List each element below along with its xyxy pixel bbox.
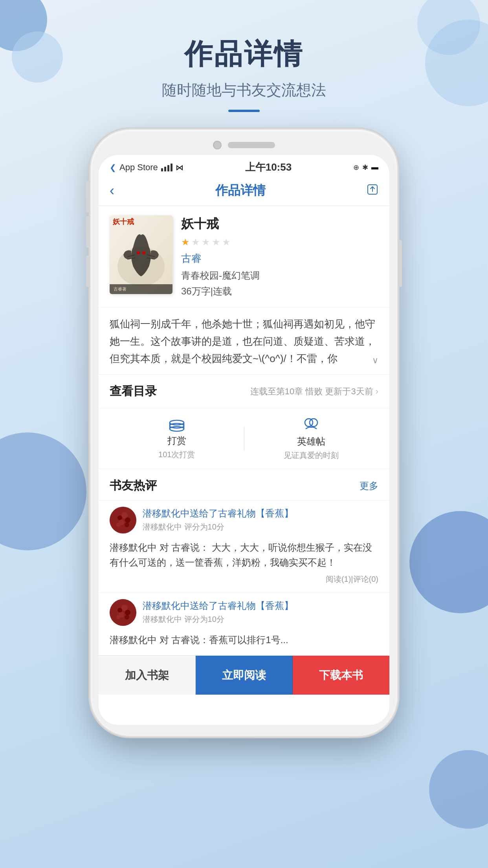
nav-title: 作品详情 [215,182,266,199]
star-rating: ★ ★ ★ ★ ★ [181,237,378,248]
read-now-button[interactable]: 立即阅读 [196,656,293,695]
bluetooth-icon: ✱ [362,163,368,172]
signal-bar-2 [164,167,166,171]
actions-row: 打赏 101次打赏 英雄帖 见证真爱的时刻 [99,408,389,469]
review-title-1: 潜移默化中送给了古睿礼物【香蕉】 [143,507,378,520]
book-description: 狐仙祠一别成千年，他杀她十世；狐仙祠再遇如初见，他守她一生。这个故事讲的是道，也… [99,307,389,375]
action-hero-post[interactable]: 英雄帖 见证真爱的时刻 [244,416,379,461]
status-right: ⊕ ✱ ▬ [353,163,378,172]
svg-point-4 [142,251,145,254]
review-meta-1: 潜移默化中 评分为10分 [143,522,378,532]
review-item-1: 潜移默化中送给了古睿礼物【香蕉】 潜移默化中 评分为10分 潜移默化中 对 古睿… [99,500,389,592]
location-icon: ⊕ [353,163,359,172]
star-3: ★ [202,237,210,248]
back-button[interactable]: ‹ [110,182,114,199]
book-title: 妖十戒 [181,215,378,233]
hero-post-icon [303,416,320,433]
coins-icon [168,417,185,432]
bg-decoration-7 [429,750,488,829]
review-meta-2: 潜移默化中 评分为10分 [143,614,378,625]
review-title-2: 潜移默化中送给了古睿礼物【香蕉】 [143,599,378,612]
star-1: ★ [181,237,190,248]
catalog-info: 连载至第10章 惜败 更新于3天前 › [250,386,378,397]
title-underline [228,110,260,112]
svg-point-23 [116,523,120,527]
add-shelf-button[interactable]: 加入书架 [99,656,196,695]
catalog-section[interactable]: 查看目录 连载至第10章 惜败 更新于3天前 › [99,375,389,408]
review-content-1: 潜移默化中 对 古睿说： 大大，大大，听说你想生猴子，实在没有什么可送的，送一筐… [110,540,378,570]
serial-info: 连载至第10章 惜败 [250,386,323,397]
wifi-icon: ⋈ [176,163,183,172]
star-4: ★ [212,237,220,248]
book-cover: 妖十戒 古睿著 [110,215,172,294]
status-bar: ❮ App Store ⋈ 上午10:53 ⊕ ✱ ▬ [99,155,389,177]
share-button[interactable] [367,184,378,198]
book-desc-text: 狐仙祠一别成千年，他杀她十世；狐仙祠再遇如初见，他守她一生。这个故事讲的是道，也… [110,315,378,366]
page-title: 作品详情 [0,35,488,73]
reviews-more-button[interactable]: 更多 [360,480,378,492]
review-top-1: 潜移默化中送给了古睿礼物【香蕉】 潜移默化中 评分为10分 [110,507,378,536]
svg-point-25 [117,608,122,612]
phone-mockup: ❮ App Store ⋈ 上午10:53 ⊕ ✱ ▬ [91,130,397,736]
book-info: 妖十戒 古睿著 妖十戒 ★ ★ ★ ★ ★ 古睿 [99,206,389,307]
review-footer-1: 阅读(1)|评论(0) [110,574,378,585]
phone-outer: ❮ App Store ⋈ 上午10:53 ⊕ ✱ ▬ [91,130,397,736]
svg-point-16 [310,419,317,427]
reviews-section: 书友热评 更多 [99,469,389,655]
review-right-1: 潜移默化中送给了古睿礼物【香蕉】 潜移默化中 评分为10分 [143,507,378,536]
phone-screen: ❮ App Store ⋈ 上午10:53 ⊕ ✱ ▬ [99,155,389,725]
svg-point-27 [125,610,130,615]
star-5: ★ [222,237,231,248]
signal-bar-1 [161,168,163,171]
catalog-label: 查看目录 [110,383,157,399]
book-words: 36万字|连载 [181,285,378,298]
svg-point-29 [125,615,129,620]
svg-point-20 [125,517,130,523]
bg-decoration-5 [0,432,86,550]
action-reward[interactable]: 打赏 101次打赏 [110,417,244,460]
review-right-2: 潜移默化中送给了古睿礼物【香蕉】 潜移默化中 评分为10分 [143,599,378,629]
reviews-header: 书友热评 更多 [99,469,389,500]
star-2: ★ [191,237,200,248]
reward-sub: 101次打赏 [158,449,195,460]
svg-point-24 [110,599,136,626]
battery-icon: ▬ [371,163,378,171]
download-button[interactable]: 下载本书 [293,656,389,695]
signal-bar-4 [171,164,172,171]
status-back-icon: ❮ [110,163,116,172]
bottom-action-bar: 加入书架 立即阅读 下载本书 [99,655,389,695]
phone-speaker [228,142,275,148]
book-author[interactable]: 古睿 [181,252,378,265]
status-carrier: App Store [119,162,158,173]
status-time: 上午10:53 [245,160,292,174]
hero-post-sub: 见证真爱的时刻 [284,450,339,461]
svg-point-15 [305,419,313,427]
page-header: 作品详情 随时随地与书友交流想法 [0,35,488,112]
page-subtitle: 随时随地与书友交流想法 [0,80,488,100]
svg-text:古睿著: 古睿著 [114,287,127,291]
review-content-2: 潜移默化中 对 古睿说：香蕉可以排行1号... [110,633,378,647]
svg-point-17 [110,507,136,533]
front-camera [213,141,222,149]
update-info: 更新于3天前 [325,386,373,397]
hero-post-label: 英雄帖 [297,435,325,448]
signal-bars [161,164,172,171]
status-left: ❮ App Store ⋈ [110,162,183,173]
bg-decoration-6 [409,511,488,613]
book-details: 妖十戒 ★ ★ ★ ★ ★ 古睿 青春校园-魔幻笔调 36万字|连载 [181,215,378,298]
expand-icon[interactable]: ∨ [372,355,378,366]
svg-text:妖十戒: 妖十戒 [112,218,134,226]
review-item-2: 潜移默化中送给了古睿礼物【香蕉】 潜移默化中 评分为10分 潜移默化中 对 古睿… [99,592,389,655]
review-avatar-2 [110,599,136,626]
phone-top-bar [99,141,389,149]
svg-point-18 [117,515,122,520]
review-avatar-1 [110,507,136,533]
svg-point-3 [137,251,140,254]
nav-bar: ‹ 作品详情 [99,177,389,206]
signal-bar-3 [167,165,169,171]
svg-point-30 [116,615,120,619]
book-genre: 青春校园-魔幻笔调 [181,269,378,282]
review-top-2: 潜移默化中送给了古睿礼物【香蕉】 潜移默化中 评分为10分 [110,599,378,629]
svg-point-12 [170,420,184,425]
reviews-title: 书友热评 [110,478,157,494]
